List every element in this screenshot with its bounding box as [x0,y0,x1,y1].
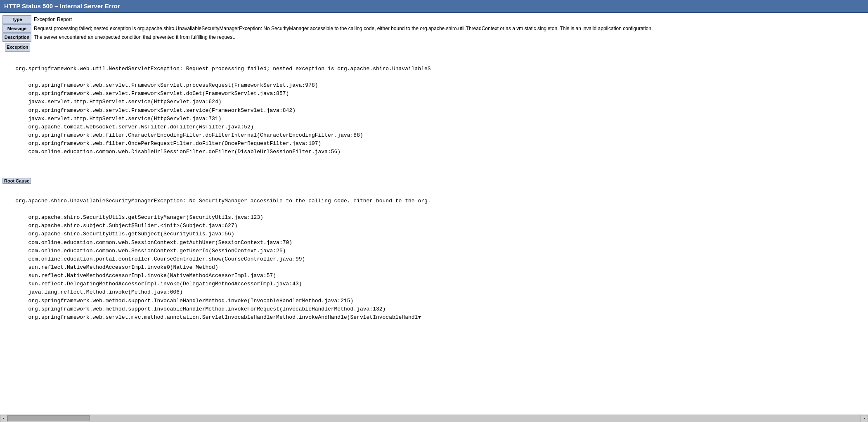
root-cause-section: Root Cause [0,176,868,185]
description-label: Description [2,33,31,42]
root-cause-label: Root Cause [2,178,31,184]
stack-line: sun.reflect.NativeMethodAccessorImpl.inv… [2,263,866,272]
stack-line: org.springframework.web.method.support.I… [2,297,866,305]
meta-section: Type Exception Report Message Request pr… [0,13,868,53]
stack-trace-1: org.springframework.web.util.NestedServl… [0,53,868,176]
stack-trace-2: org.apache.shiro.UnavailableSecurityMana… [0,185,868,342]
description-row: Description The server encountered an un… [2,33,866,42]
stack-line: sun.reflect.DelegatingMethodAccessorImpl… [2,280,866,288]
stack-line: sun.reflect.NativeMethodAccessorImpl.inv… [2,272,866,280]
message-label: Message [2,24,31,33]
stack-line: org.springframework.web.filter.Character… [2,131,866,140]
stack-line: com.online.education.common.web.DisableU… [2,148,866,156]
stack-line: org.springframework.web.servlet.Framewor… [2,90,866,98]
message-row: Message Request processing failed; neste… [2,24,866,33]
stack-line: org.springframework.web.filter.OncePerRe… [2,140,866,148]
exception-label: Exception [5,43,30,52]
stack-trace-2-first-line: org.apache.shiro.UnavailableSecurityMana… [15,198,430,204]
type-row: Type Exception Report [2,15,866,24]
error-title-bar: HTTP Status 500 – Internal Server Error [0,0,868,13]
type-value: Exception Report [34,15,72,24]
stack-line: org.springframework.web.method.support.I… [2,305,866,313]
stack-line: org.springframework.web.servlet.Framewor… [2,81,866,90]
stack-lines-1: org.springframework.web.servlet.Framewor… [2,81,866,156]
stack-line: org.apache.tomcat.websocket.server.WsFil… [2,123,866,131]
stack-line: com.online.education.common.web.SessionC… [2,247,866,255]
stack-line: org.springframework.web.servlet.Framewor… [2,107,866,115]
stack-line: javax.servlet.http.HttpServlet.service(H… [2,98,866,106]
type-label: Type [2,15,31,24]
stack-line: java.lang.reflect.Method.invoke(Method.j… [2,288,866,296]
stack-line: org.apache.shiro.SecurityUtils.getSubjec… [2,230,866,238]
stack-line: org.springframework.web.servlet.mvc.meth… [2,313,866,322]
stack-line: com.online.education.common.web.SessionC… [2,239,866,247]
message-value: Request processing failed; nested except… [34,24,653,33]
stack-line: javax.servlet.http.HttpServlet.service(H… [2,115,866,123]
title-text: HTTP Status 500 – Internal Server Error [4,2,120,9]
stack-lines-2: org.apache.shiro.SecurityUtils.getSecuri… [2,213,866,322]
stack-line: org.apache.shiro.subject.Subject$Builder… [2,222,866,230]
stack-trace-1-first-line: org.springframework.web.util.NestedServl… [15,66,430,72]
stack-line: com.online.education.portal.controller.C… [2,255,866,263]
stack-line: org.apache.shiro.SecurityUtils.getSecuri… [2,213,866,222]
exception-row: Exception [2,42,866,52]
description-value: The server encountered an unexpected con… [34,33,235,41]
